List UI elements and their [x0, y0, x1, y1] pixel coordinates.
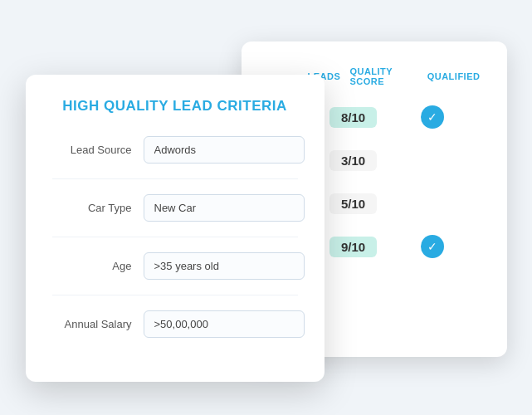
score-badge: 8/10: [329, 107, 377, 128]
input-lead-source[interactable]: [144, 136, 305, 164]
score-badge: 3/10: [329, 150, 377, 171]
col-qualified: QUALIFIED: [427, 71, 484, 81]
qualified-cell: ✓: [399, 235, 466, 258]
label-car-type: Car Type: [52, 202, 144, 214]
card-title: HIGH QUALITY LEAD CRITERIA: [52, 98, 298, 115]
check-icon: ✓: [421, 235, 444, 258]
score-badge: 5/10: [329, 193, 377, 214]
input-age[interactable]: [144, 252, 305, 280]
form-row-lead-source: Lead Source: [52, 136, 298, 164]
input-salary[interactable]: [144, 310, 305, 338]
form-row-car-type: Car Type: [52, 194, 298, 222]
label-salary: Annual Salary: [52, 318, 144, 330]
score-badge: 9/10: [329, 237, 377, 257]
scene: LEADS QUALITY SCORE QUALIFIED 8/: [26, 25, 507, 390]
check-icon: ✓: [421, 105, 444, 129]
label-lead-source: Lead Source: [52, 144, 144, 156]
label-age: Age: [52, 260, 144, 272]
input-car-type[interactable]: [144, 194, 305, 222]
criteria-card: HIGH QUALITY LEAD CRITERIA Lead Source C…: [26, 75, 325, 382]
form-row-salary: Annual Salary: [52, 310, 298, 338]
qualified-cell: ✓: [399, 105, 466, 129]
col-quality: QUALITY SCORE: [349, 66, 427, 86]
form-row-age: Age: [52, 252, 298, 280]
